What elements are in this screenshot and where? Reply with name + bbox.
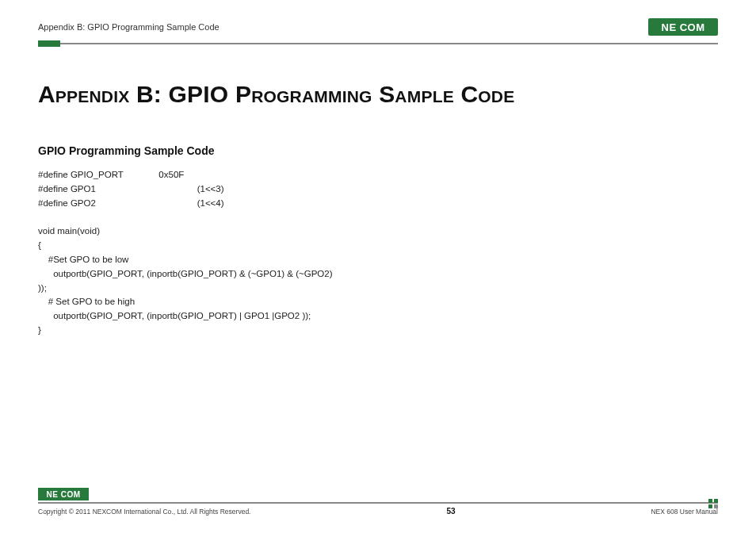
page-header: Appendix B: GPIO Programming Sample Code… [38,16,718,38]
page-title: Appendix B: GPIO Programming Sample Code [38,81,718,108]
section-heading: GPIO Programming Sample Code [38,144,718,157]
header-rule [38,43,718,44]
code-sample: #define GPIO_PORT 0x50F #define GPO1 (1<… [38,168,718,338]
document-page: Appendix B: GPIO Programming Sample Code… [0,0,756,533]
footer-row: Copyright © 2011 NEXCOM International Co… [38,507,718,516]
header-breadcrumb: Appendix B: GPIO Programming Sample Code [38,22,220,32]
footer-copyright: Copyright © 2011 NEXCOM International Co… [38,508,250,516]
brand-logo-text: NE COM [662,21,705,33]
brand-logo: NE COM [648,18,718,36]
footer-page-number: 53 [446,507,455,516]
page-footer: NE COM Copyright © 2011 NEXCOM Internati… [38,502,718,516]
footer-brand-logo-text: NE COM [47,490,81,499]
footer-doc-title: NEX 608 User Manual [651,508,718,516]
footer-brand-logo: NE COM [38,488,89,500]
footer-rule [38,502,718,504]
